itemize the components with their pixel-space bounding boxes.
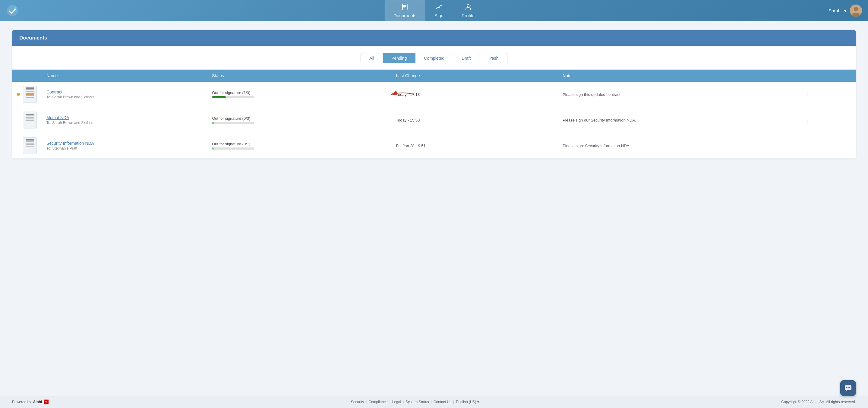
svg-point-9 — [854, 7, 858, 11]
doc-name-link[interactable]: Contract — [46, 90, 202, 94]
filter-bar: All Pending Completed Draft Trash — [12, 46, 856, 70]
filter-draft[interactable]: Draft — [453, 53, 479, 63]
logo[interactable] — [6, 4, 19, 17]
row-last-change-cell: Fri, Jan 28 - 9:51 — [391, 133, 558, 159]
progress-bar — [212, 148, 254, 150]
row-status-cell: Out for signature (0/3) — [207, 107, 391, 133]
filter-all[interactable]: All — [361, 53, 383, 63]
logo-icon — [6, 4, 19, 17]
svg-point-1 — [14, 7, 16, 9]
status-dot — [17, 93, 20, 96]
footer-link-contact[interactable]: Contact Us — [434, 400, 451, 404]
chat-widget[interactable] — [840, 380, 856, 396]
svg-point-0 — [7, 5, 18, 16]
profile-icon — [464, 3, 471, 12]
footer-copyright: Copyright © 2022 Alohi SA. All rights re… — [781, 400, 856, 404]
nav-documents-label: Documents — [394, 13, 416, 18]
footer-link-system-status[interactable]: System Status — [405, 400, 429, 404]
progress-bar — [212, 96, 254, 98]
user-menu[interactable]: Sarah ▼ — [829, 4, 862, 17]
doc-recipient: To: Sarah Brown and 2 others — [46, 121, 202, 125]
col-thumbnail — [12, 70, 41, 82]
note-text: Please sign: Security Information NDA — [563, 144, 792, 148]
svg-point-15 — [849, 387, 850, 388]
col-actions — [797, 70, 856, 82]
user-name: Sarah — [829, 8, 841, 13]
filter-pending[interactable]: Pending — [383, 53, 415, 63]
doc-thumbnail — [23, 112, 37, 128]
progress-bar — [212, 122, 254, 124]
progress-fill — [212, 122, 214, 124]
row-actions-cell: ⋮ — [797, 133, 856, 159]
row-actions-cell: ⋮ — [797, 82, 856, 107]
main-content: Documents All Pending Completed Draft Tr… — [0, 21, 868, 396]
panel-title: Documents — [12, 30, 856, 46]
main-nav: Documents Sign Profile — [384, 0, 483, 21]
status-text: Out for signature (1/3) — [212, 91, 386, 95]
svg-point-6 — [467, 4, 469, 7]
doc-thumbnail — [23, 137, 37, 154]
svg-point-13 — [846, 387, 847, 388]
note-text: Please sign this updated contract. — [563, 92, 792, 97]
more-options-button[interactable]: ⋮ — [802, 142, 812, 150]
footer-link-legal[interactable]: Legal — [392, 400, 401, 404]
row-thumbnail-cell — [12, 133, 41, 159]
doc-recipient: To: Sarah Brown and 2 others — [46, 95, 202, 99]
table-row: Security Information NDA To: Stephanie P… — [12, 133, 856, 159]
progress-fill — [212, 148, 214, 150]
filter-completed[interactable]: Completed — [415, 53, 453, 63]
col-status: Status — [207, 70, 391, 82]
brand-name: Alohi — [33, 400, 42, 404]
progress-fill — [212, 96, 226, 98]
doc-recipient: To: Stephanie Pratt — [46, 146, 202, 151]
note-text: Please sign our Security Information NDA… — [563, 118, 792, 122]
nav-profile-label: Profile — [462, 13, 474, 18]
table-header-row: Name Status Last Change Note — [12, 70, 856, 82]
table-row: Mutual NDA To: Sarah Brown and 2 others … — [12, 107, 856, 133]
documents-panel: Documents All Pending Completed Draft Tr… — [12, 30, 856, 159]
row-status-cell: Out for signature (0/1) — [207, 133, 391, 159]
footer-link-security[interactable]: Security — [351, 400, 364, 404]
chat-icon — [844, 384, 852, 392]
more-options-button[interactable]: ⋮ — [802, 116, 812, 124]
documents-table: Name Status Last Change Note — [12, 70, 856, 159]
table-body: Contract To: Sarah Brown and 2 others Ou… — [12, 82, 856, 159]
table-row: Contract To: Sarah Brown and 2 others Ou… — [12, 82, 856, 107]
status-text: Out for signature (0/3) — [212, 116, 386, 121]
doc-name-link[interactable]: Mutual NDA — [46, 115, 202, 120]
avatar — [850, 4, 862, 17]
svg-rect-3 — [403, 5, 406, 6]
nav-profile[interactable]: Profile — [453, 0, 484, 21]
row-note-cell: Please sign: Security Information NDA — [558, 133, 797, 159]
footer-link-language[interactable]: English (US) ▾ — [456, 400, 479, 404]
last-change-text: Fri, Jan 28 - 9:51 — [396, 144, 553, 148]
user-dropdown-icon: ▼ — [843, 8, 847, 13]
last-change-text: Today - 15:50 — [396, 118, 553, 122]
nav-sign[interactable]: Sign — [425, 0, 453, 21]
nav-documents[interactable]: Documents — [384, 0, 425, 21]
filter-trash[interactable]: Trash — [479, 53, 507, 63]
row-name-cell: Mutual NDA To: Sarah Brown and 2 others — [41, 107, 207, 133]
col-last-change: Last Change — [391, 70, 558, 82]
row-name-cell: Contract To: Sarah Brown and 2 others — [41, 82, 207, 107]
footer-link-compliance[interactable]: Compliance — [368, 400, 388, 404]
row-thumbnail-cell — [12, 82, 41, 107]
col-name: Name — [41, 70, 207, 82]
row-name-cell: Security Information NDA To: Stephanie P… — [41, 133, 207, 159]
status-text: Out for signature (0/1) — [212, 142, 386, 146]
row-last-change-cell: Today - 17:13 — [391, 82, 558, 107]
row-last-change-cell: Today - 15:50 — [391, 107, 558, 133]
col-note: Note — [558, 70, 797, 82]
row-thumbnail-cell — [12, 107, 41, 133]
last-change-text: Today - 17:13 — [396, 92, 553, 97]
row-note-cell: Please sign our Security Information NDA… — [558, 107, 797, 133]
sign-icon — [435, 3, 443, 12]
documents-icon — [401, 3, 408, 12]
row-status-cell: Out for signature (1/3) — [207, 82, 391, 107]
doc-thumbnail — [23, 86, 37, 103]
doc-name-link[interactable]: Security Information NDA — [46, 141, 202, 146]
more-options-button[interactable]: ⋮ — [802, 90, 812, 99]
row-actions-cell: ⋮ — [797, 107, 856, 133]
footer-links: Security | Compliance | Legal | System S… — [351, 400, 479, 404]
svg-point-7 — [469, 4, 471, 6]
